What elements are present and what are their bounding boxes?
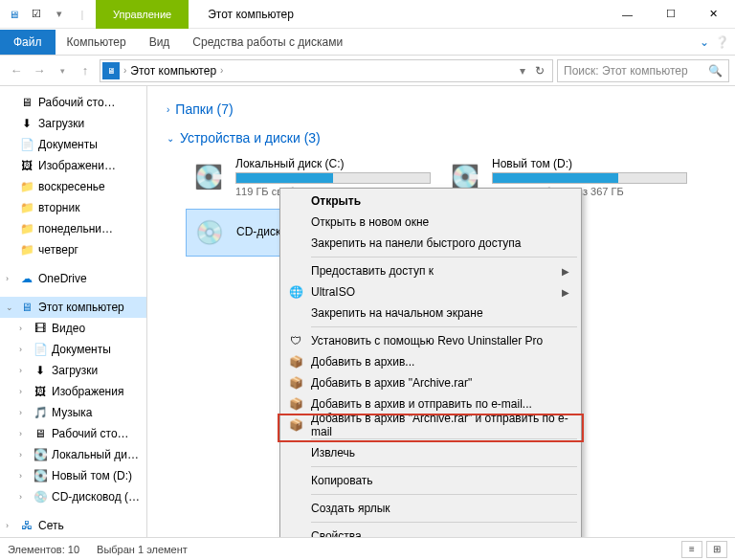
close-button[interactable]: ✕	[692, 0, 735, 28]
group-folders[interactable]: › Папки (7)	[159, 96, 735, 124]
submenu-arrow-icon: ▶	[562, 287, 569, 298]
ribbon-help-area: ⌄ ❔	[700, 35, 729, 49]
context-menu-label: Добавить в архив...	[311, 355, 414, 369]
up-button[interactable]: ↑	[75, 60, 96, 81]
sidebar-label: Изображени…	[38, 159, 116, 172]
sidebar-pc-item[interactable]: ›💽Новый том (D:)	[0, 465, 146, 486]
sidebar-pc-item[interactable]: ›🖼Изображения	[0, 381, 146, 402]
context-menu-item[interactable]: 🛡Установить с помощью Revo Uninstaller P…	[282, 330, 579, 351]
context-menu-item[interactable]: 📦Добавить в архив...	[282, 351, 579, 372]
breadcrumb-root[interactable]: Этот компьютер	[130, 64, 216, 78]
ribbon-tab-computer[interactable]: Компьютер	[56, 30, 138, 55]
tiles-view-button[interactable]: ⊞	[706, 541, 727, 558]
context-menu-item[interactable]: 📦Добавить в архив "Archive.rar" и отправ…	[282, 414, 579, 436]
sidebar-quick-item[interactable]: 📁вторник	[0, 197, 146, 218]
chevron-down-icon[interactable]: ⌄	[6, 302, 15, 312]
chevron-down-icon[interactable]: ⌄	[167, 133, 174, 144]
context-menu-item[interactable]: Закрепить на панели быстрого доступа	[282, 233, 579, 254]
sidebar-quick-item[interactable]: ⬇Загрузки	[0, 113, 146, 134]
context-menu-item[interactable]: Закрепить на начальном экране	[282, 302, 579, 324]
status-elements: Элементов: 10	[8, 544, 79, 555]
context-menu-label: Открыть	[311, 194, 361, 208]
chevron-right-icon[interactable]: ›	[19, 345, 29, 354]
recent-button[interactable]: ▾	[52, 60, 73, 81]
chevron-right-icon[interactable]: ›	[19, 387, 29, 396]
item-icon: 🎞	[33, 321, 48, 336]
ribbon-tab-view[interactable]: Вид	[138, 30, 182, 55]
context-menu-label: Копировать	[311, 474, 373, 487]
drive-name: Новый том (D:)	[492, 157, 687, 170]
onedrive-icon: ☁	[19, 271, 34, 286]
context-menu-item[interactable]: 📦Добавить в архив "Archive.rar"	[282, 372, 579, 393]
drive-icon: 💿	[190, 213, 229, 252]
details-view-button[interactable]: ≡	[681, 541, 702, 558]
help-icon[interactable]: ❔	[715, 35, 729, 49]
chevron-right-icon[interactable]: ›	[6, 521, 15, 530]
breadcrumb-arrow-icon[interactable]: ›	[123, 65, 126, 76]
address-dropdown-icon[interactable]: ▾	[520, 64, 525, 78]
sidebar-quick-item[interactable]: 📁понедельни…	[0, 218, 146, 239]
context-menu-item[interactable]: Копировать	[282, 470, 579, 491]
window-controls: — ☐ ✕	[606, 0, 735, 28]
chevron-right-icon[interactable]: ›	[19, 408, 29, 417]
sidebar-this-pc[interactable]: ⌄ 🖥 Этот компьютер	[0, 297, 146, 318]
sidebar-pc-item[interactable]: ›⬇Загрузки	[0, 360, 146, 381]
sidebar-pc-item[interactable]: ›💽Локальный ди…	[0, 444, 146, 465]
sidebar-quick-item[interactable]: 📁воскресенье	[0, 176, 146, 197]
breadcrumb-arrow-icon[interactable]: ›	[220, 65, 223, 76]
context-menu-icon: 🛡	[288, 333, 303, 348]
context-menu-separator	[311, 438, 577, 439]
search-icon: 🔍	[708, 64, 723, 78]
sidebar-quick-item[interactable]: 🖥Рабочий сто…	[0, 92, 146, 113]
folder-icon: 📁	[19, 200, 34, 215]
navigation-pane[interactable]: 🖥Рабочий сто…⬇Загрузки📄Документы🖼Изображ…	[0, 86, 147, 544]
sidebar-quick-item[interactable]: 🖼Изображени…	[0, 155, 146, 176]
context-menu-separator	[311, 326, 577, 327]
sidebar-onedrive[interactable]: › ☁ OneDrive	[0, 268, 146, 289]
chevron-right-icon[interactable]: ›	[19, 492, 29, 502]
context-menu-label: Предоставить доступ к	[311, 264, 434, 278]
context-menu-item[interactable]: Открыть	[282, 190, 579, 212]
sidebar-network[interactable]: › 🖧 Сеть	[0, 515, 146, 536]
chevron-right-icon[interactable]: ›	[167, 104, 169, 115]
search-placeholder: Поиск: Этот компьютер	[564, 64, 688, 78]
context-menu-item[interactable]: Создать ярлык	[282, 498, 579, 519]
item-icon: 💿	[33, 489, 48, 504]
sidebar-label: Рабочий сто…	[52, 427, 129, 440]
ribbon-file-tab[interactable]: Файл	[0, 30, 56, 55]
address-bar[interactable]: 🖥 › Этот компьютер › ▾ ↻	[100, 59, 553, 82]
ribbon-tab-drive-tools[interactable]: Средства работы с дисками	[181, 30, 354, 55]
sidebar-label: Этот компьютер	[38, 301, 124, 314]
context-menu-item[interactable]: 🌐UltraISO▶	[282, 281, 579, 302]
qat-dropdown-icon[interactable]: ▾	[50, 5, 69, 24]
chevron-right-icon[interactable]: ›	[19, 366, 29, 375]
sidebar-pc-item[interactable]: ›📄Документы	[0, 339, 146, 360]
maximize-button[interactable]: ☐	[649, 0, 692, 28]
chevron-right-icon[interactable]: ›	[19, 324, 29, 333]
sidebar-quick-item[interactable]: 📄Документы	[0, 134, 146, 155]
sidebar-pc-item[interactable]: ›🎞Видео	[0, 318, 146, 339]
qat-properties-icon[interactable]: ☑	[27, 5, 46, 24]
group-label: Папки (7)	[175, 101, 233, 117]
pc-icon[interactable]: 🖥	[4, 5, 23, 24]
group-devices[interactable]: ⌄ Устройства и диски (3)	[159, 124, 735, 153]
sidebar-pc-item[interactable]: ›🎵Музыка	[0, 402, 146, 423]
chevron-right-icon[interactable]: ›	[19, 471, 29, 481]
refresh-icon[interactable]: ↻	[529, 64, 550, 78]
ribbon: Файл Компьютер Вид Средства работы с дис…	[0, 29, 735, 56]
sidebar-quick-item[interactable]: 📁четверг	[0, 239, 146, 260]
chevron-right-icon[interactable]: ›	[19, 450, 29, 459]
forward-button[interactable]: →	[29, 60, 50, 81]
back-button[interactable]: ←	[6, 60, 27, 81]
chevron-right-icon[interactable]: ›	[6, 274, 15, 283]
window-title: Этот компьютер	[189, 8, 606, 21]
minimize-button[interactable]: —	[606, 0, 649, 28]
ribbon-expand-icon[interactable]: ⌄	[700, 35, 709, 49]
context-menu-item[interactable]: Извлечь	[282, 442, 579, 463]
sidebar-pc-item[interactable]: ›💿CD-дисковод (…	[0, 486, 146, 507]
chevron-right-icon[interactable]: ›	[19, 429, 29, 438]
sidebar-pc-item[interactable]: ›🖥Рабочий сто…	[0, 423, 146, 444]
search-input[interactable]: Поиск: Этот компьютер 🔍	[557, 59, 729, 82]
context-menu-item[interactable]: Открыть в новом окне	[282, 212, 579, 233]
context-menu-item[interactable]: Предоставить доступ к▶	[282, 260, 579, 281]
